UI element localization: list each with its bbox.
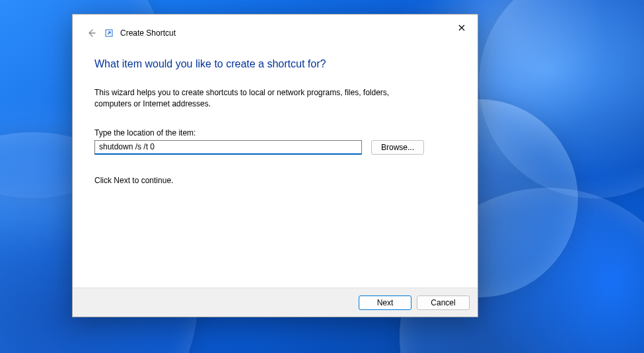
browse-button[interactable]: Browse...	[371, 140, 424, 155]
dialog-title: Create Shortcut	[120, 28, 176, 38]
dialog-content: What item would you like to create a sho…	[73, 40, 478, 288]
close-button[interactable]	[452, 20, 471, 36]
wizard-description: This wizard helps you to create shortcut…	[94, 87, 418, 110]
dialog-header: Create Shortcut	[73, 15, 478, 40]
location-input[interactable]	[94, 140, 362, 155]
cancel-button[interactable]: Cancel	[417, 295, 470, 310]
location-input-row: Browse...	[94, 140, 456, 155]
back-button[interactable]	[85, 26, 98, 40]
close-icon	[458, 24, 465, 31]
continue-instruction: Click Next to continue.	[94, 176, 456, 185]
create-shortcut-dialog: Create Shortcut What item would you like…	[72, 14, 478, 317]
dialog-footer: Next Cancel	[73, 288, 478, 317]
shortcut-icon	[104, 28, 114, 38]
location-field-label: Type the location of the item:	[94, 128, 456, 137]
back-arrow-icon	[86, 28, 96, 38]
main-heading: What item would you like to create a sho…	[94, 58, 456, 70]
next-button[interactable]: Next	[359, 295, 411, 310]
